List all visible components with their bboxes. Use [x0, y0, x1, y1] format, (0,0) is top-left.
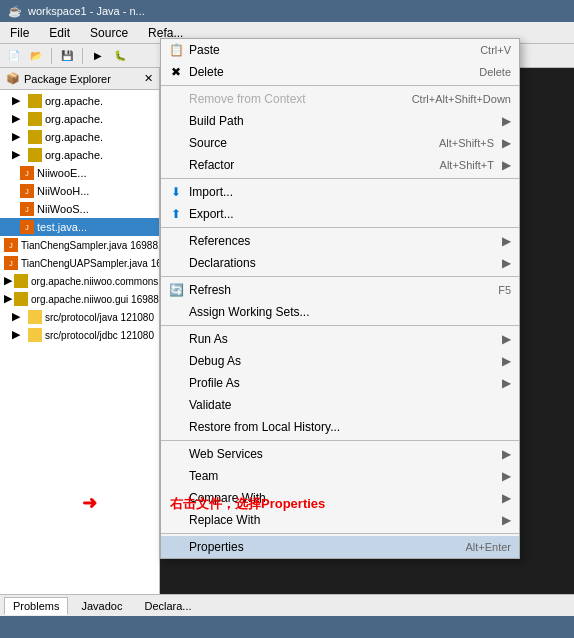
ctx-team[interactable]: Team ▶: [161, 465, 519, 487]
tree-item-label-2: org.apache.: [45, 131, 103, 143]
tree-item-6[interactable]: J NiiWooS...: [0, 200, 159, 218]
ctx-validate-label: Validate: [189, 398, 511, 412]
pkg-icon-10: [14, 274, 28, 288]
ctx-export[interactable]: ⬆ Export...: [161, 203, 519, 225]
folder-icon-13: [28, 328, 42, 342]
ctx-delete-shortcut: Delete: [479, 66, 511, 78]
ctx-source[interactable]: Source Alt+Shift+S ▶: [161, 132, 519, 154]
collapse-icon-3: ▶: [12, 148, 26, 162]
ctx-delete[interactable]: ✖ Delete Delete: [161, 61, 519, 83]
toolbar-separator-1: [51, 48, 52, 64]
tab-problems[interactable]: Problems: [4, 597, 68, 615]
tree-item-7[interactable]: J test.java...: [0, 218, 159, 236]
ctx-refactor-label: Refactor: [189, 158, 420, 172]
ctx-properties-shortcut: Alt+Enter: [465, 541, 511, 553]
tree-item-9[interactable]: J TianChengUAPSampler.java 169881: [0, 254, 159, 272]
ctx-source-arrow: ▶: [502, 136, 511, 150]
title-bar-text: workspace1 - Java - n...: [28, 5, 145, 17]
tree-item-0[interactable]: ▶ org.apache.: [0, 92, 159, 110]
ctx-profile-as-arrow: ▶: [502, 376, 511, 390]
ctx-run-as-label: Run As: [189, 332, 494, 346]
tree-item-1[interactable]: ▶ org.apache.: [0, 110, 159, 128]
pkg-icon-2: [28, 130, 42, 144]
annotation-text: 右击文件，选择Properties: [170, 495, 325, 513]
tree-item-2[interactable]: ▶ org.apache.: [0, 128, 159, 146]
toolbar-open[interactable]: 📂: [26, 46, 46, 66]
ctx-source-label: Source: [189, 136, 419, 150]
ctx-sep-5: [161, 325, 519, 326]
ctx-team-arrow: ▶: [502, 469, 511, 483]
ctx-export-label: Export...: [189, 207, 511, 221]
collapse-icon-13: ▶: [12, 328, 26, 342]
ctx-references-label: References: [189, 234, 494, 248]
delete-icon: ✖: [169, 65, 183, 79]
context-menu: 📋 Paste Ctrl+V ✖ Delete Delete Remove fr…: [160, 38, 520, 559]
ctx-sep-2: [161, 178, 519, 179]
ctx-delete-label: Delete: [189, 65, 459, 79]
tree-item-5[interactable]: J NiiWooH...: [0, 182, 159, 200]
ctx-refresh[interactable]: 🔄 Refresh F5: [161, 279, 519, 301]
tree-item-label-12: src/protocol/java 121080: [45, 312, 154, 323]
ctx-sep-3: [161, 227, 519, 228]
collapse-icon-0: ▶: [12, 94, 26, 108]
ctx-references[interactable]: References ▶: [161, 230, 519, 252]
ctx-refactor-arrow: ▶: [502, 158, 511, 172]
ctx-restore-history-label: Restore from Local History...: [189, 420, 511, 434]
ctx-remove-context[interactable]: Remove from Context Ctrl+Alt+Shift+Down: [161, 88, 519, 110]
collapse-icon-12: ▶: [12, 310, 26, 324]
menu-edit[interactable]: Edit: [45, 25, 74, 41]
menu-source[interactable]: Source: [86, 25, 132, 41]
ctx-refactor[interactable]: Refactor Alt+Shift+T ▶: [161, 154, 519, 176]
paste-icon: 📋: [169, 43, 183, 57]
ctx-import-label: Import...: [189, 185, 511, 199]
tree-item-label-8: TianChengSampler.java 169881: [21, 240, 159, 251]
tree-item-12[interactable]: ▶ src/protocol/java 121080: [0, 308, 159, 326]
ctx-profile-as[interactable]: Profile As ▶: [161, 372, 519, 394]
java-icon-7: J: [20, 220, 34, 234]
ctx-build-path[interactable]: Build Path ▶: [161, 110, 519, 132]
toolbar-run[interactable]: ▶: [88, 46, 108, 66]
ctx-paste[interactable]: 📋 Paste Ctrl+V: [161, 39, 519, 61]
ctx-declarations-arrow: ▶: [502, 256, 511, 270]
tab-javadoc[interactable]: Javadoc: [72, 597, 131, 615]
pkg-icon-0: [28, 94, 42, 108]
ctx-debug-as[interactable]: Debug As ▶: [161, 350, 519, 372]
ctx-web-services[interactable]: Web Services ▶: [161, 443, 519, 465]
collapse-icon-10: ▶: [4, 274, 12, 288]
tree-item-label-1: org.apache.: [45, 113, 103, 125]
ctx-web-services-arrow: ▶: [502, 447, 511, 461]
toolbar-new[interactable]: 📄: [4, 46, 24, 66]
tree-item-13[interactable]: ▶ src/protocol/jdbc 121080: [0, 326, 159, 344]
ctx-refactor-shortcut: Alt+Shift+T: [440, 159, 494, 171]
java-icon-6: J: [20, 202, 34, 216]
java-icon-4: J: [20, 166, 34, 180]
tree-item-label-6: NiiWooS...: [37, 203, 89, 215]
folder-icon-12: [28, 310, 42, 324]
tree-item-4[interactable]: J NiiwooE...: [0, 164, 159, 182]
ctx-declarations[interactable]: Declarations ▶: [161, 252, 519, 274]
ctx-declarations-label: Declarations: [189, 256, 494, 270]
ctx-paste-shortcut: Ctrl+V: [480, 44, 511, 56]
ctx-assign-working-sets[interactable]: Assign Working Sets...: [161, 301, 519, 323]
ctx-restore-history[interactable]: Restore from Local History...: [161, 416, 519, 438]
annotation-arrow-container: ➜: [82, 492, 97, 514]
package-explorer-close-icon[interactable]: ✕: [144, 72, 153, 85]
ctx-properties[interactable]: Properties Alt+Enter: [161, 536, 519, 558]
toolbar-save[interactable]: 💾: [57, 46, 77, 66]
ctx-run-as[interactable]: Run As ▶: [161, 328, 519, 350]
ctx-sep-4: [161, 276, 519, 277]
tree-item-10[interactable]: ▶ org.apache.niiwoo.commons 169881: [0, 272, 159, 290]
tree-item-11[interactable]: ▶ org.apache.niiwoo.gui 169881: [0, 290, 159, 308]
ctx-team-label: Team: [189, 469, 494, 483]
menu-file[interactable]: File: [6, 25, 33, 41]
java-icon-9: J: [4, 256, 18, 270]
status-bar: [0, 616, 574, 638]
toolbar-debug[interactable]: 🐛: [110, 46, 130, 66]
ctx-validate[interactable]: Validate: [161, 394, 519, 416]
tree-item-8[interactable]: J TianChengSampler.java 169881: [0, 236, 159, 254]
ctx-import[interactable]: ⬇ Import...: [161, 181, 519, 203]
ctx-debug-as-arrow: ▶: [502, 354, 511, 368]
tree-item-label-10: org.apache.niiwoo.commons 169881: [31, 276, 159, 287]
tab-declarations[interactable]: Declara...: [135, 597, 200, 615]
tree-item-3[interactable]: ▶ org.apache.: [0, 146, 159, 164]
